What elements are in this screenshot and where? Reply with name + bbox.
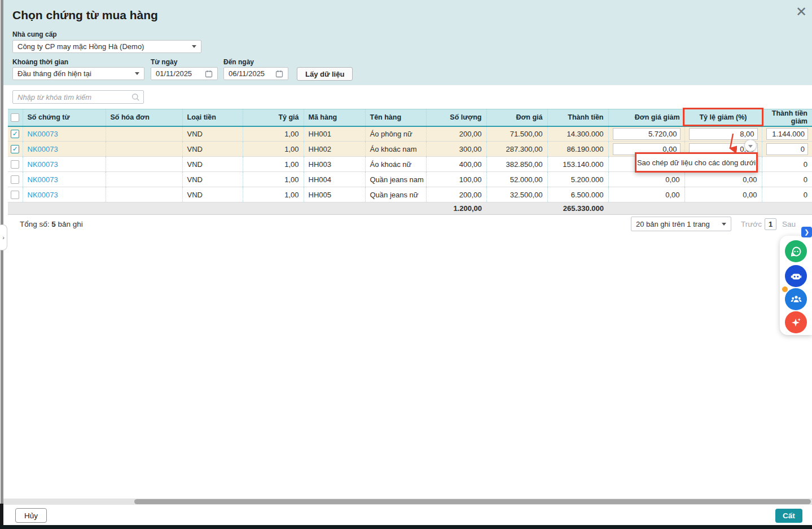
from-date-label: Từ ngày — [151, 58, 177, 66]
col-discount-amount[interactable]: Thành tiền giảm — [762, 109, 812, 126]
cancel-button[interactable]: Hủy — [15, 508, 47, 523]
supplier-label: Nhà cung cấp — [12, 30, 57, 38]
page-size-select[interactable]: 20 bản ghi trên 1 trang — [631, 217, 731, 231]
save-button[interactable]: Cất — [775, 509, 802, 523]
sidebar-expand-button[interactable]: › — [0, 224, 7, 250]
to-date-value: 06/11/2025 — [229, 69, 275, 78]
discount-amount-input[interactable] — [766, 128, 809, 140]
discount-percent: 0,00 — [743, 175, 757, 184]
discount-amount: 0 — [804, 175, 807, 184]
window-bottom-edge — [0, 525, 812, 529]
search-box — [12, 90, 144, 104]
item-code: HH005 — [309, 191, 331, 199]
table-row: NK00073VND1,00HH005Quần jeans nữ200,0032… — [8, 187, 812, 202]
to-date-input[interactable]: 06/11/2025 — [223, 67, 288, 80]
exchange-rate: 1,00 — [284, 160, 299, 169]
unit-price: 287.300,00 — [506, 145, 542, 153]
pager-next[interactable]: Sau — [782, 220, 796, 228]
chevron-down-icon — [722, 223, 726, 226]
supplier-select[interactable]: Công ty CP may mặc Hồng Hà (Demo) — [12, 40, 201, 53]
discount-unit-price: 0,00 — [665, 191, 679, 199]
exchange-rate: 1,00 — [284, 175, 299, 184]
amount: 6.500.000 — [571, 191, 604, 199]
col-discount-pct[interactable]: Tỷ lệ giảm (%) — [684, 109, 762, 126]
horizontal-scrollbar-thumb[interactable] — [134, 499, 811, 504]
copy-down-button[interactable] — [744, 139, 757, 152]
select-all-checkbox[interactable] — [11, 113, 19, 122]
chat-button[interactable] — [785, 240, 807, 262]
total-amount: 265.330.000 — [547, 202, 608, 215]
col-exchange-rate[interactable]: Tỷ giá — [243, 109, 304, 126]
col-quantity[interactable]: Số lượng — [426, 109, 486, 126]
page-size-value: 20 bản ghi trên 1 trang — [636, 220, 718, 228]
row-checkbox[interactable] — [11, 175, 19, 184]
row-checkbox[interactable]: ✓ — [11, 130, 19, 138]
discount-amount: 0 — [804, 160, 807, 169]
discount-percent-input[interactable] — [689, 128, 758, 140]
currency: VND — [187, 145, 203, 153]
col-doc-number[interactable]: Số chứng từ — [23, 109, 106, 126]
doc-number-link[interactable]: NK00073 — [28, 175, 58, 184]
col-currency[interactable]: Loại tiền — [182, 109, 243, 126]
item-name: Áo khoác nữ — [370, 160, 412, 169]
annotation-tooltip: Sao chép dữ liệu cho các dòng dưới — [635, 152, 758, 173]
doc-number-link[interactable]: NK00073 — [28, 191, 58, 199]
robot-icon — [790, 270, 802, 283]
discount-amount-input[interactable] — [766, 143, 809, 155]
assistant-panel — [780, 236, 812, 335]
from-date-input[interactable]: 01/11/2025 — [151, 67, 218, 80]
chat-icon — [790, 245, 802, 258]
doc-number-link[interactable]: NK00073 — [28, 145, 58, 153]
period-value: Đầu tháng đến hiện tại — [17, 69, 131, 78]
unit-price: 32.500,00 — [510, 191, 543, 199]
amount: 86.190.000 — [567, 145, 603, 153]
doc-number-link[interactable]: NK00073 — [28, 160, 58, 169]
team-icon — [789, 293, 803, 306]
close-icon[interactable]: ✕ — [793, 3, 810, 20]
get-data-button[interactable]: Lấy dữ liệu — [297, 67, 353, 81]
col-invoice-number[interactable]: Số hóa đơn — [106, 109, 182, 126]
doc-number-link[interactable]: NK00073 — [28, 130, 58, 138]
team-button[interactable] — [785, 288, 807, 310]
ai-sparkle-button[interactable] — [785, 311, 807, 333]
quantity: 400,00 — [459, 160, 482, 169]
col-unit-price[interactable]: Đơn giá — [486, 109, 547, 126]
currency: VND — [187, 130, 203, 138]
assistant-panel-toggle[interactable]: ❯ — [801, 227, 812, 237]
period-label: Khoảng thời gian — [12, 58, 68, 66]
col-item-name[interactable]: Tên hàng — [365, 109, 426, 126]
horizontal-scrollbar — [3, 499, 812, 505]
quantity: 200,00 — [459, 191, 482, 199]
row-checkbox[interactable]: ✓ — [11, 145, 19, 153]
documents-table: Số chứng từ Số hóa đơn Loại tiền Tỷ giá … — [8, 109, 812, 215]
item-code: HH002 — [309, 145, 331, 153]
amount: 153.140.000 — [563, 160, 603, 169]
chevron-down-icon — [748, 145, 753, 148]
robot-assistant-button[interactable] — [785, 265, 807, 287]
col-amount[interactable]: Thành tiền — [547, 109, 608, 126]
col-item-code[interactable]: Mã hàng — [304, 109, 365, 126]
chevron-down-icon — [192, 45, 196, 48]
exchange-rate: 1,00 — [284, 191, 299, 199]
discount-unit-price-input[interactable] — [613, 128, 681, 140]
table-row: ✓NK00073VND1,00HH001Áo phông nữ200,0071.… — [8, 126, 812, 142]
pager-current-page[interactable]: 1 — [765, 218, 776, 230]
search-input[interactable] — [12, 90, 144, 104]
table-row: NK00073VND1,00HH004Quần jeans nam100,005… — [8, 172, 812, 187]
row-checkbox[interactable] — [11, 160, 19, 169]
pager-prev[interactable]: Trước — [741, 220, 762, 228]
to-date-label: Đến ngày — [223, 58, 254, 66]
table-totals-row: 1.200,00 265.330.000 — [8, 202, 812, 215]
exchange-rate: 1,00 — [284, 145, 299, 153]
period-select[interactable]: Đầu tháng đến hiện tại — [12, 67, 144, 80]
currency: VND — [187, 191, 203, 199]
calendar-icon — [275, 70, 283, 78]
from-date-value: 01/11/2025 — [156, 69, 205, 78]
discount-amount: 0 — [804, 191, 807, 199]
page-title: Chọn chứng từ mua hàng — [12, 8, 158, 22]
col-discount-price[interactable]: Đơn giá giảm — [608, 109, 684, 126]
row-checkbox[interactable] — [11, 191, 19, 199]
notification-badge — [782, 286, 788, 292]
item-name: Quần jeans nam — [370, 175, 424, 184]
item-code: HH003 — [309, 160, 331, 169]
